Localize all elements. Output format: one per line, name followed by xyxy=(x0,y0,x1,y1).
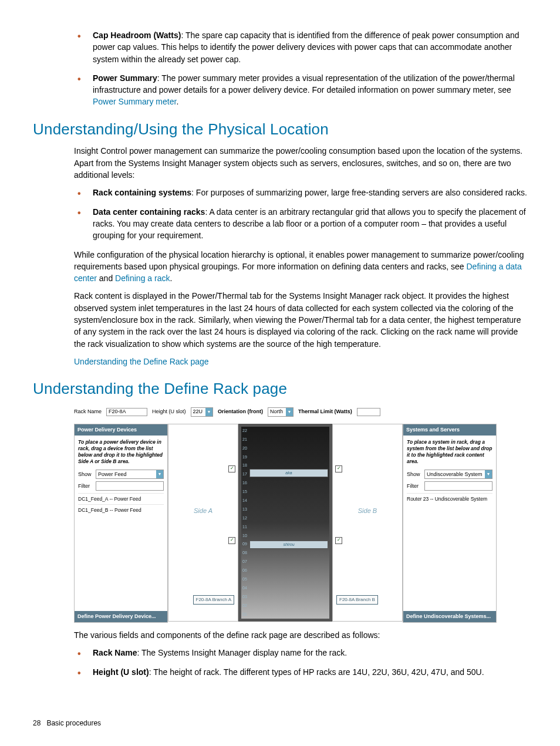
list-item[interactable]: DC1_Feed_B -- Power Feed xyxy=(78,504,164,515)
bullet-cap-headroom: Cap Headroom (Watts): The spare cap capa… xyxy=(74,29,527,65)
define-undiscoverable-button[interactable]: Define Undiscoverable Systems... xyxy=(403,611,496,622)
show-value: Power Feed xyxy=(98,471,127,478)
side-b-drop[interactable]: Side B ✓ ✓ F20-8A Branch B xyxy=(332,424,403,622)
height-label: Height (U slot) xyxy=(152,408,186,416)
bullet-rack-systems: Rack containing systems: For purposes of… xyxy=(74,187,527,198)
text: and xyxy=(97,274,115,283)
term: Cap Headroom (Watts) xyxy=(93,31,181,40)
orientation-label: Orientation (front) xyxy=(218,408,263,416)
systems-panel: Systems and Servers To place a system in… xyxy=(403,424,497,623)
show-label: Show xyxy=(407,471,422,478)
chevron-down-icon: ▼ xyxy=(156,470,163,478)
suffix: . xyxy=(176,97,178,106)
filter-label: Filter xyxy=(78,482,93,490)
panel-header-right: Systems and Servers xyxy=(403,424,496,436)
branch-b-label: F20-8A Branch B xyxy=(336,595,378,605)
link-understanding-define[interactable]: Understanding the Define Rack page xyxy=(74,357,209,366)
orientation-select[interactable]: North▼ xyxy=(268,407,294,417)
list-item[interactable]: DC1_Feed_A -- Power Feed xyxy=(78,493,164,504)
list-item[interactable]: Router 23 -- Undiscoverable System xyxy=(407,493,492,504)
heading-physical-location: Understanding/Using the Physical Locatio… xyxy=(33,119,527,141)
rack-system-item[interactable]: shirou xyxy=(249,541,328,549)
top-bullets: Cap Headroom (Watts): The spare cap capa… xyxy=(74,29,527,108)
link-defining-rack[interactable]: Defining a rack xyxy=(115,274,170,283)
text: While configuration of the physical loca… xyxy=(74,250,524,271)
show-select-left[interactable]: Power Feed▼ xyxy=(96,470,164,479)
panel-header-left: Power Delivery Devices xyxy=(75,424,167,436)
term: Rack containing systems xyxy=(93,188,191,197)
chevron-down-icon: ▼ xyxy=(485,470,492,478)
text: : The height of rack. The different type… xyxy=(149,667,484,677)
text: : For purposes of summarizing power, lar… xyxy=(191,188,527,197)
thermal-label: Thermal Limit (Watts) xyxy=(298,408,352,416)
branch-a-label: F20-8A Branch A xyxy=(193,595,234,605)
left-hint: To place a power delivery device in rack… xyxy=(78,439,164,465)
term: Power Summary xyxy=(93,73,157,83)
para-while: While configuration of the physical loca… xyxy=(74,249,527,285)
page-section: Basic procedures xyxy=(46,719,101,727)
right-hint: To place a system in rack, drag a system… xyxy=(407,439,492,465)
side-a-label: Side A xyxy=(168,507,238,516)
bullet-height-uslot: Height (U slot): The height of rack. The… xyxy=(74,666,527,678)
height-select[interactable]: 22U▼ xyxy=(191,407,214,417)
checkbox-icon[interactable]: ✓ xyxy=(335,537,342,544)
show-value: Undiscoverable System xyxy=(427,471,483,478)
side-a-drop[interactable]: Side A ✓ ✓ F20-8A Branch A xyxy=(168,424,238,622)
filter-input-left[interactable] xyxy=(96,481,164,491)
top-controls: Rack Name F20-8A Height (U slot) 22U▼ Or… xyxy=(74,406,497,418)
bullet-datacenter-racks: Data center containing racks: A data cen… xyxy=(74,206,527,242)
rack-name-input[interactable]: F20-8A xyxy=(106,408,147,416)
checkbox-icon[interactable]: ✓ xyxy=(228,537,235,544)
chevron-down-icon: ▼ xyxy=(286,408,293,416)
bullet-power-summary: Power Summary: The power summary meter p… xyxy=(74,72,527,108)
checkbox-icon[interactable]: ✓ xyxy=(335,465,342,472)
term: Data center containing racks xyxy=(93,207,205,217)
para-various: The various fields and components of the… xyxy=(74,629,527,641)
term: Rack Name xyxy=(93,648,137,657)
term: Height (U slot) xyxy=(93,667,149,677)
para-rack-content: Rack content is displayed in the Power/T… xyxy=(74,290,527,349)
rack-center: Side A ✓ ✓ F20-8A Branch A 2221201918171… xyxy=(168,424,403,622)
slot-numbers: 2221201918171615141312111009080706050403… xyxy=(242,428,249,617)
side-b-label: Side B xyxy=(333,507,402,516)
show-select-right[interactable]: Undiscoverable System▼ xyxy=(424,470,492,479)
text: . xyxy=(170,274,172,283)
define-bullets: Rack Name: The Systems Insight Manager d… xyxy=(74,647,527,678)
page-footer: 28 Basic procedures xyxy=(33,718,101,728)
define-pdd-button[interactable]: Define Power Delivery Device... xyxy=(75,611,167,622)
height-value: 22U xyxy=(191,408,205,416)
show-label: Show xyxy=(78,471,93,478)
thermal-input[interactable] xyxy=(357,408,380,416)
filter-input-right[interactable] xyxy=(424,481,492,491)
checkbox-icon[interactable]: ✓ xyxy=(228,465,235,472)
orientation-value: North xyxy=(268,408,285,416)
bullet-rack-name: Rack Name: The Systems Insight Manager d… xyxy=(74,647,527,659)
filter-label: Filter xyxy=(407,482,422,490)
define-rack-figure: Rack Name F20-8A Height (U slot) 22U▼ Or… xyxy=(74,406,497,623)
power-delivery-panel: Power Delivery Devices To place a power … xyxy=(74,424,168,623)
rack-system-item[interactable]: aka xyxy=(249,469,328,477)
rack-name-label: Rack Name xyxy=(74,408,102,416)
heading-define-rack: Understanding the Define Rack page xyxy=(33,378,527,400)
page-number: 28 xyxy=(33,719,41,727)
link-power-summary[interactable]: Power Summary meter xyxy=(93,97,176,106)
loc-bullets: Rack containing systems: For purposes of… xyxy=(74,187,527,241)
para-loc-intro: Insight Control power management can sum… xyxy=(74,145,527,181)
text: : The Systems Insight Manager display na… xyxy=(137,648,348,657)
rack-visual[interactable]: 2221201918171615141312111009080706050403… xyxy=(238,424,332,622)
chevron-down-icon: ▼ xyxy=(205,408,212,416)
